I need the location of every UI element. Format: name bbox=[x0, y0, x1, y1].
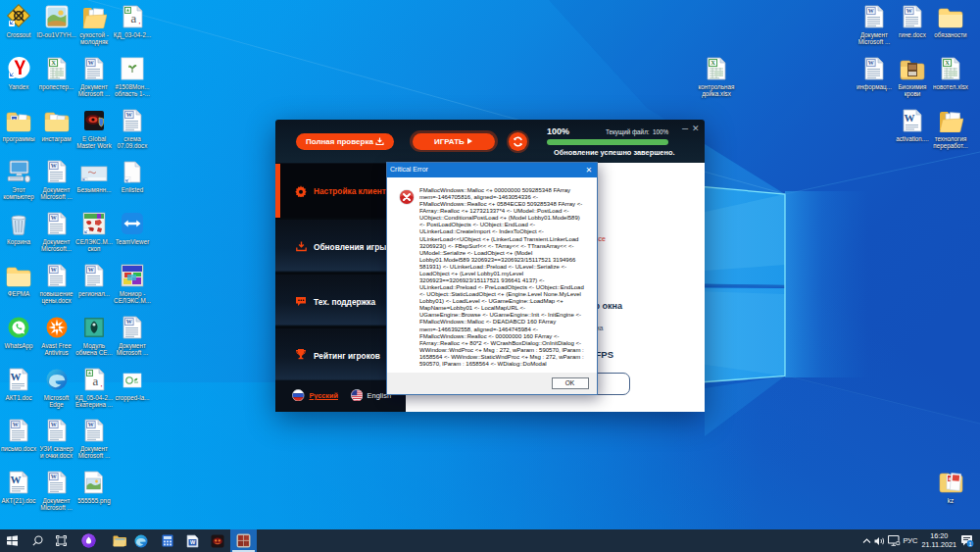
svg-text:1: 1 bbox=[968, 541, 971, 547]
svg-text:W: W bbox=[190, 539, 196, 545]
svg-text:W: W bbox=[50, 164, 56, 170]
svg-text:W: W bbox=[88, 423, 94, 428]
svg-text:X: X bbox=[945, 59, 950, 66]
svg-text:W: W bbox=[126, 319, 132, 325]
svg-text:W: W bbox=[868, 8, 874, 14]
svg-text:W: W bbox=[88, 60, 94, 66]
svg-text:W: W bbox=[88, 267, 94, 273]
svg-text:W: W bbox=[11, 371, 22, 382]
svg-text:W: W bbox=[906, 8, 912, 14]
svg-text:a: a bbox=[92, 373, 98, 387]
svg-text:W: W bbox=[50, 475, 56, 480]
svg-text:W: W bbox=[126, 112, 132, 118]
svg-text:W: W bbox=[905, 112, 915, 124]
svg-text:W: W bbox=[11, 474, 22, 485]
svg-text:X: X bbox=[710, 59, 715, 66]
svg-text:,: , bbox=[138, 17, 140, 25]
svg-text:W: W bbox=[13, 423, 19, 428]
svg-text:W: W bbox=[50, 423, 56, 428]
svg-text:,: , bbox=[100, 379, 102, 388]
svg-text:a: a bbox=[130, 11, 136, 25]
svg-text:X: X bbox=[51, 59, 56, 66]
svg-text:W: W bbox=[50, 267, 56, 273]
svg-text:W: W bbox=[868, 60, 874, 66]
svg-text:W: W bbox=[50, 216, 56, 222]
